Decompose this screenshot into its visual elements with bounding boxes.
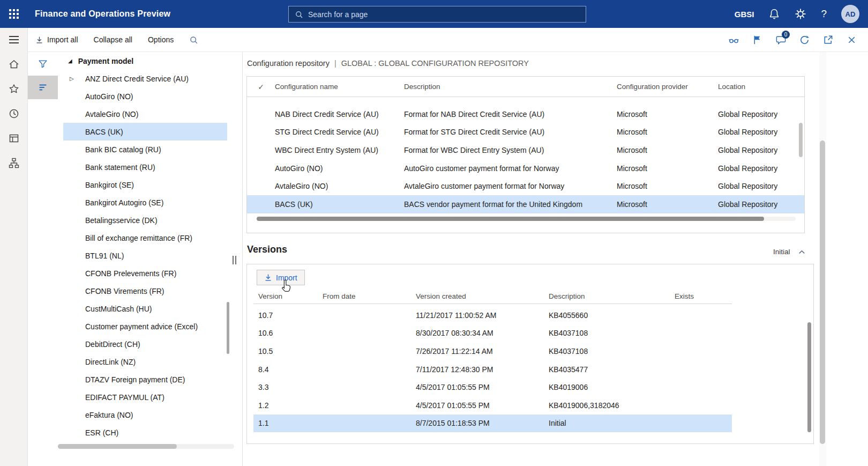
- help-icon[interactable]: ?: [821, 8, 827, 20]
- tree-item-avtalegiro-no[interactable]: AvtaleGiro (NO): [63, 105, 227, 123]
- import-version-button[interactable]: Import: [257, 270, 305, 285]
- column-header-exists[interactable]: Exists: [675, 292, 732, 300]
- page-search-box[interactable]: Search for a page: [288, 6, 586, 23]
- tree-horizontal-scrollbar[interactable]: [58, 444, 234, 449]
- filter-button[interactable]: [28, 52, 58, 76]
- versions-grid-card: Import Version From date Version created…: [246, 264, 814, 444]
- cell-description: Format for STG Direct Credit Service (AU…: [404, 128, 617, 136]
- tree-items-container: ▷ANZ Direct Credit Service (AU)AutoGiro …: [58, 70, 240, 441]
- tree-item-esr-ch[interactable]: ESR (CH): [63, 424, 227, 441]
- topbar-right-cluster: GBSI ? AD: [735, 0, 868, 28]
- tree-item-autogiro-no[interactable]: AutoGiro (NO): [63, 87, 227, 105]
- options-button[interactable]: Options: [148, 35, 174, 44]
- select-all-check-icon[interactable]: ✓: [247, 83, 275, 91]
- column-header-configuration-provider[interactable]: Configuration provider: [617, 83, 718, 91]
- config-grid-row[interactable]: WBC Direct Entry System (AU)Format for W…: [247, 141, 804, 159]
- config-grid-row[interactable]: AutoGiro (NO)AutoGiro customer payment f…: [247, 159, 804, 177]
- version-row[interactable]: 3.34/5/2017 01:05:55 PMKB4019006: [253, 378, 732, 396]
- open-in-new-window-icon[interactable]: [822, 34, 834, 46]
- flag-icon[interactable]: [752, 34, 763, 46]
- favorites-star-icon[interactable]: [8, 83, 20, 95]
- tree-item-label: ESR (CH): [85, 428, 118, 437]
- tree-item-bacs-uk[interactable]: BACS (UK): [63, 123, 227, 140]
- tree-item-cfonb-virements-fr[interactable]: CFONB Virements (FR): [63, 282, 227, 300]
- gear-icon[interactable]: [795, 8, 806, 20]
- column-header-configuration-name[interactable]: Configuration name: [275, 83, 404, 91]
- tree-item-customer-payment-advice-excel[interactable]: Customer payment advice (Excel): [63, 317, 227, 335]
- versions-grid-header: Version From date Version created Descri…: [253, 289, 732, 304]
- tree-item-debitdirect-ch[interactable]: DebitDirect (CH): [63, 335, 227, 353]
- column-header-description[interactable]: Description: [549, 292, 675, 300]
- workspaces-icon[interactable]: [8, 132, 20, 144]
- pane-splitter-grip[interactable]: [233, 256, 236, 264]
- tree-item-bank-bic-catalog-ru[interactable]: Bank BIC catalog (RU): [63, 140, 227, 158]
- app-launcher-icon[interactable]: [0, 0, 28, 28]
- collapse-all-button[interactable]: Collapse all: [94, 35, 132, 44]
- tree-root-payment-model[interactable]: ◢ Payment model: [63, 52, 227, 70]
- recent-clock-icon[interactable]: [8, 108, 20, 120]
- versions-grid-vertical-scrollbar[interactable]: [807, 322, 811, 432]
- breadcrumb-title[interactable]: Configuration repository: [247, 59, 330, 68]
- tree-item-bankgirot-autogiro-se[interactable]: Bankgirot Autogiro (SE): [63, 194, 227, 211]
- config-grid-row[interactable]: NAB Direct Credit Service (AU)Format for…: [247, 105, 804, 123]
- hamburger-menu-icon[interactable]: [8, 34, 20, 46]
- tree-item-btl91-nl[interactable]: BTL91 (NL): [63, 247, 227, 264]
- glasses-icon[interactable]: [728, 34, 739, 46]
- column-header-location[interactable]: Location: [718, 83, 804, 91]
- tree-item-bill-of-exchange-remittance-fr[interactable]: Bill of exchange remittance (FR): [63, 229, 227, 247]
- cell-version-created: 7/11/2017 12:48:30 PM: [416, 365, 549, 374]
- message-icon[interactable]: 0: [775, 34, 787, 46]
- tree-item-bank-statement-ru[interactable]: Bank statement (RU): [63, 158, 227, 176]
- version-row[interactable]: 1.18/7/2015 01:18:53 PMInitial: [253, 415, 732, 433]
- scrollbar-thumb[interactable]: [257, 217, 764, 221]
- avatar[interactable]: AD: [841, 5, 859, 23]
- version-row[interactable]: 10.68/30/2017 08:30:34 AMKB4037108: [253, 324, 732, 343]
- config-grid-horizontal-scrollbar[interactable]: [257, 217, 796, 221]
- company-selector[interactable]: GBSI: [735, 10, 754, 19]
- bell-icon[interactable]: [768, 8, 780, 20]
- cell-description: KB4037108: [549, 347, 675, 356]
- cell-location: Global Repository: [718, 110, 804, 119]
- config-grid-row[interactable]: STG Direct Credit Service (AU)Format for…: [247, 123, 804, 142]
- collapse-section-chevron-icon[interactable]: [798, 248, 806, 256]
- funnel-icon: [38, 58, 48, 69]
- modules-hierarchy-icon[interactable]: [8, 157, 20, 169]
- import-all-button[interactable]: Import all: [35, 35, 78, 44]
- scrollbar-thumb[interactable]: [58, 444, 177, 449]
- tree-item-efaktura-no[interactable]: eFaktura (NO): [63, 406, 227, 424]
- column-header-version[interactable]: Version: [258, 292, 323, 300]
- command-search-button[interactable]: [189, 35, 198, 45]
- column-header-version-created[interactable]: Version created: [416, 292, 549, 300]
- tree-item-directlink-nz[interactable]: DirectLink (NZ): [63, 353, 227, 371]
- tree-item-custmulticash-hu[interactable]: CustMultiCash (HU): [63, 300, 227, 317]
- tree-item-cfonb-prelevements-fr[interactable]: CFONB Prelevements (FR): [63, 264, 227, 282]
- version-row[interactable]: 10.711/21/2017 11:00:52 AMKB4055660: [253, 306, 732, 324]
- tree-tools-column: [28, 52, 58, 99]
- version-row[interactable]: 1.24/5/2017 01:05:55 PMKB4019006,3182046: [253, 396, 732, 415]
- column-header-description[interactable]: Description: [404, 83, 617, 91]
- scrollbar-thumb[interactable]: [820, 140, 825, 444]
- home-icon[interactable]: [8, 58, 20, 70]
- config-grid-vertical-scrollbar[interactable]: [799, 123, 803, 157]
- version-row[interactable]: 10.57/26/2017 11:22:14 AMKB4037108: [253, 342, 732, 360]
- page-vertical-scrollbar[interactable]: [819, 52, 826, 466]
- version-row[interactable]: 8.47/11/2017 12:48:30 PMKB4035477: [253, 360, 732, 379]
- nav-pane-list-button[interactable]: [28, 76, 58, 99]
- refresh-icon[interactable]: [799, 34, 810, 46]
- column-header-from-date[interactable]: From date: [323, 292, 416, 300]
- tree-item-dtazv-foreign-payment-de[interactable]: DTAZV Foreign payment (DE): [63, 371, 227, 388]
- tree-item-edifact-paymul-at[interactable]: EDIFACT PAYMUL (AT): [63, 388, 227, 406]
- close-icon[interactable]: [846, 34, 857, 46]
- collapsed-triangle-icon[interactable]: ▷: [70, 76, 74, 82]
- config-grid-row[interactable]: BACS (UK)BACS vendor payment format for …: [247, 195, 804, 213]
- tree-item-bankgirot-se[interactable]: Bankgirot (SE): [63, 176, 227, 194]
- expanded-triangle-icon[interactable]: ◢: [68, 58, 72, 64]
- config-grid-row[interactable]: AvtaleGiro (NO)AvtaleGiro customer payme…: [247, 177, 804, 195]
- tree-item-anz-direct-credit-service-au[interactable]: ▷ANZ Direct Credit Service (AU): [63, 70, 227, 87]
- tree-item-label: CFONB Prelevements (FR): [85, 269, 176, 278]
- tree-vertical-scrollbar[interactable]: [227, 302, 229, 354]
- tree-item-betalingsservice-dk[interactable]: Betalingsservice (DK): [63, 211, 227, 229]
- payment-model-tree: ◢ Payment model ▷ANZ Direct Credit Servi…: [58, 52, 240, 443]
- app-title[interactable]: Finance and Operations Preview: [35, 9, 170, 19]
- tree-item-label: Betalingsservice (DK): [85, 216, 158, 225]
